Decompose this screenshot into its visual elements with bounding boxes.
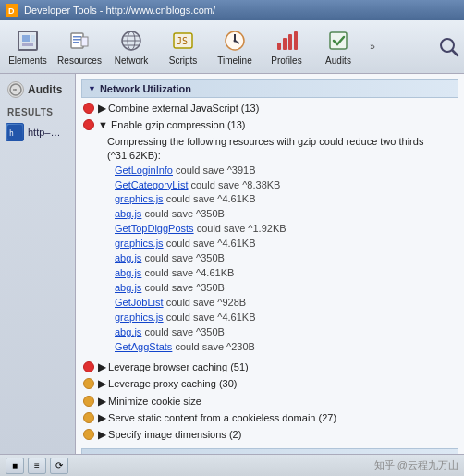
refresh-icon: ⟳ bbox=[55, 460, 63, 470]
toolbar-more-icon: » bbox=[370, 42, 375, 52]
svg-rect-22 bbox=[277, 43, 281, 50]
sidebar-audits-label: Audits bbox=[28, 83, 62, 96]
dot-yellow-cookie-icon bbox=[83, 396, 94, 407]
subitem-getaggstats: GetAggStats could save ^230B bbox=[115, 340, 458, 355]
link-getcategorylist[interactable]: GetCategoryList bbox=[115, 179, 188, 190]
svg-rect-7 bbox=[73, 36, 81, 38]
audit-gzip-content: ▼ Enable gzip compression (13) Compressi… bbox=[98, 118, 458, 357]
subitem-getlogininfo: GetLoginInfo could save ^391B bbox=[115, 164, 458, 178]
subitem-getcategorylist: GetCategoryList could save ^8.38KB bbox=[115, 178, 458, 193]
devtools-icon: D bbox=[6, 4, 18, 17]
subitem-abg5: abg.js could save ^350B bbox=[115, 325, 458, 340]
subitem-graphics2: graphics.js could save ^4.61KB bbox=[115, 237, 458, 251]
sidebar-audits-header: Audits bbox=[0, 78, 75, 102]
content-pane[interactable]: ▼ Network Utilization ▶ Combine external… bbox=[76, 74, 464, 454]
main-area: Audits RESULTS h http–… ▼ Network Utiliz… bbox=[0, 74, 464, 454]
svg-rect-5 bbox=[31, 35, 35, 42]
sidebar-item-result[interactable]: h http–… bbox=[0, 119, 75, 145]
audit-image-dims: ▶ Specify image dimensions (2) bbox=[81, 428, 458, 442]
toolbar-more-button[interactable]: » bbox=[364, 23, 381, 71]
subitem-abg2: abg.js could save ^350B bbox=[115, 251, 458, 266]
toolbar-scripts[interactable]: JS Scripts bbox=[157, 23, 209, 71]
stop-icon: ■ bbox=[12, 460, 18, 470]
subitem-getjoblist: GetJobList could save ^928B bbox=[115, 296, 458, 311]
sidebar-audits-icon bbox=[7, 81, 24, 98]
svg-point-31 bbox=[15, 89, 17, 91]
sidebar: Audits RESULTS h http–… bbox=[0, 74, 76, 454]
toolbar-audits-label: Audits bbox=[325, 55, 351, 66]
performance-section-header[interactable]: ▼ Web Page Performance bbox=[81, 448, 458, 454]
toolbar-timeline[interactable]: Timeline bbox=[209, 23, 261, 71]
toolbar-elements[interactable]: Elements bbox=[2, 23, 54, 71]
audit-gzip-text: ▼ Enable gzip compression (13) bbox=[98, 119, 245, 130]
toolbar-audits[interactable]: Audits bbox=[312, 23, 364, 71]
svg-rect-25 bbox=[294, 31, 298, 50]
toolbar-profiles[interactable]: Profiles bbox=[261, 23, 312, 71]
audit-gzip: ▼ Enable gzip compression (13) Compressi… bbox=[81, 118, 458, 357]
audit-proxy-caching: ▶ Leverage proxy caching (30) bbox=[81, 377, 458, 391]
svg-rect-26 bbox=[330, 32, 347, 49]
svg-rect-8 bbox=[73, 39, 81, 41]
svg-rect-4 bbox=[22, 43, 33, 46]
network-triangle-icon: ▼ bbox=[88, 84, 96, 93]
audit-browser-caching-text: ▶ Leverage browser caching (51) bbox=[98, 360, 249, 374]
link-getaggstats[interactable]: GetAggStats bbox=[115, 341, 172, 352]
link-getlogininfo[interactable]: GetLoginInfo bbox=[115, 165, 173, 176]
link-abg5[interactable]: abg.js bbox=[115, 326, 141, 337]
audit-proxy-caching-text: ▶ Leverage proxy caching (30) bbox=[98, 377, 237, 391]
toolbar-profiles-label: Profiles bbox=[271, 55, 301, 66]
audit-cookie-size: ▶ Minimize cookie size bbox=[81, 395, 458, 409]
link-graphics2[interactable]: graphics.js bbox=[115, 238, 164, 249]
svg-rect-23 bbox=[283, 38, 287, 50]
subitem-abg3: abg.js could save ^4.61KB bbox=[115, 266, 458, 281]
sidebar-item-text: http–… bbox=[28, 127, 60, 138]
link-gettopdiggposts[interactable]: GetTopDiggPosts bbox=[115, 223, 194, 234]
dot-red-cache-icon bbox=[83, 361, 94, 372]
svg-text:h: h bbox=[9, 129, 14, 138]
performance-triangle-icon: ▼ bbox=[88, 453, 96, 454]
audit-combine-js-text: ▶ Combine external JavaScript (13) bbox=[98, 102, 259, 116]
audit-imgdim-text: ▶ Specify image dimensions (2) bbox=[98, 428, 241, 442]
svg-rect-9 bbox=[73, 42, 79, 43]
svg-rect-24 bbox=[288, 34, 292, 50]
svg-text:D: D bbox=[8, 6, 15, 16]
audit-cookie-text: ▶ Minimize cookie size bbox=[98, 395, 201, 409]
dot-yellow-proxy-icon bbox=[83, 378, 94, 389]
link-graphics1[interactable]: graphics.js bbox=[115, 193, 164, 204]
title-bar: D Developer Tools - http://www.cnblogs.c… bbox=[0, 0, 464, 20]
link-abg2[interactable]: abg.js bbox=[115, 252, 141, 263]
toolbar-elements-label: Elements bbox=[8, 55, 47, 66]
link-graphics3[interactable]: graphics.js bbox=[115, 311, 164, 323]
console-icon: ≡ bbox=[34, 460, 40, 470]
gzip-subitems: GetLoginInfo could save ^391B GetCategor… bbox=[98, 164, 458, 355]
link-abg4[interactable]: abg.js bbox=[115, 282, 141, 293]
statusbar-stop-btn[interactable]: ■ bbox=[6, 458, 24, 474]
toolbar: Elements Resources Network JS Scripts bbox=[0, 20, 464, 74]
toolbar-scripts-label: Scripts bbox=[169, 55, 198, 66]
subitem-gettopdiggposts: GetTopDiggPosts could save ^1.92KB bbox=[115, 222, 458, 237]
statusbar-console-btn[interactable]: ≡ bbox=[28, 458, 46, 474]
results-label: RESULTS bbox=[0, 102, 75, 119]
window-title: Developer Tools - http://www.cnblogs.com… bbox=[24, 5, 215, 16]
link-abg3[interactable]: abg.js bbox=[115, 267, 141, 278]
link-getjoblist[interactable]: GetJobList bbox=[115, 297, 164, 308]
sidebar-item-icon: h bbox=[6, 123, 24, 141]
toolbar-network[interactable]: Network bbox=[105, 23, 157, 71]
toolbar-resources[interactable]: Resources bbox=[54, 23, 105, 71]
statusbar-refresh-btn[interactable]: ⟳ bbox=[50, 458, 68, 474]
dot-yellow-cookieless-icon bbox=[83, 412, 94, 423]
toolbar-timeline-label: Timeline bbox=[217, 55, 251, 66]
toolbar-resources-label: Resources bbox=[57, 55, 102, 66]
subitem-abg1: abg.js could save ^350B bbox=[115, 207, 458, 222]
subitem-graphics3: graphics.js could save ^4.61KB bbox=[115, 311, 458, 325]
svg-rect-10 bbox=[81, 37, 88, 46]
svg-line-28 bbox=[453, 50, 458, 55]
network-section-title: Network Utilization bbox=[100, 83, 191, 94]
audit-browser-caching: ▶ Leverage browser caching (51) bbox=[81, 360, 458, 374]
toolbar-search[interactable] bbox=[436, 34, 462, 60]
performance-section-title: Web Page Performance bbox=[100, 452, 214, 454]
network-section-header[interactable]: ▼ Network Utilization bbox=[81, 79, 458, 98]
link-abg1[interactable]: abg.js bbox=[115, 208, 141, 219]
watermark-text: 知乎 @云程九万山 bbox=[374, 458, 458, 472]
subitem-graphics1: graphics.js could save ^4.61KB bbox=[115, 192, 458, 207]
